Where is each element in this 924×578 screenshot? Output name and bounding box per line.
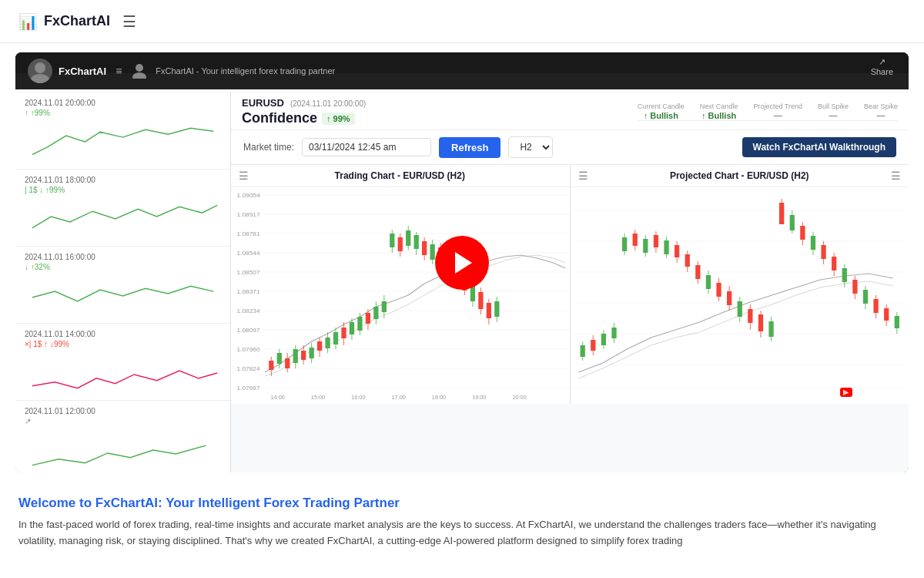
svg-rect-129 bbox=[737, 301, 742, 317]
svg-text:18:00: 18:00 bbox=[432, 395, 446, 401]
svg-text:1.08917: 1.08917 bbox=[236, 211, 260, 218]
trading-chart-svg: 1.09054 1.08917 1.08781 1.08544 1.08507 … bbox=[231, 187, 570, 403]
svg-rect-65 bbox=[422, 241, 427, 255]
svg-text:17:00: 17:00 bbox=[391, 395, 405, 401]
svg-text:20:00: 20:00 bbox=[512, 395, 526, 401]
svg-rect-119 bbox=[685, 254, 689, 267]
svg-rect-81 bbox=[487, 303, 491, 318]
svg-rect-55 bbox=[382, 301, 387, 312]
trading-date: (2024.11.01 20:00:00) bbox=[290, 99, 366, 108]
projected-chart-panel: ☰ Projected Chart - EUR/USD (H2) ☰ bbox=[571, 165, 909, 404]
trading-pair: EURUSD bbox=[242, 97, 284, 109]
projected-trend-label: Projected Trend bbox=[753, 102, 802, 110]
svg-rect-107 bbox=[621, 237, 626, 251]
svg-rect-135 bbox=[768, 321, 773, 337]
svg-text:1.08544: 1.08544 bbox=[236, 250, 260, 257]
signals-row: Current Candle ↑ Bullish Next Candle ↑ B… bbox=[638, 102, 898, 121]
mini-chart-2: 2024.11.01 18:00:00 | 1$ ↓ ↑99% bbox=[15, 170, 230, 247]
watchthrough-button[interactable]: Watch FxChartAI Walkthrough bbox=[742, 137, 896, 157]
bear-spike-value: — bbox=[876, 111, 885, 120]
svg-rect-41 bbox=[325, 338, 330, 348]
projected-chart-menu-icon-right[interactable]: ☰ bbox=[891, 170, 901, 182]
mini-chart-2-indicator: | 1$ ↓ ↑99% bbox=[25, 186, 221, 194]
trading-chart-menu-icon[interactable]: ☰ bbox=[239, 170, 249, 182]
bull-spike-signal: Bull Spike — bbox=[818, 102, 849, 120]
refresh-button[interactable]: Refresh bbox=[439, 137, 500, 158]
svg-rect-137 bbox=[779, 203, 784, 224]
pair-row: EURUSD (2024.11.01 20:00:00) Confidence … bbox=[242, 97, 898, 126]
bull-spike-label: Bull Spike bbox=[818, 102, 849, 110]
svg-rect-159 bbox=[894, 316, 899, 328]
bottom-text: In the fast-paced world of forex trading… bbox=[18, 517, 906, 549]
svg-rect-59 bbox=[398, 237, 403, 251]
svg-rect-125 bbox=[716, 283, 721, 297]
svg-rect-63 bbox=[414, 235, 419, 249]
market-time-input[interactable] bbox=[302, 138, 431, 156]
mini-chart-1-date: 2024.11.01 20:00:00 bbox=[25, 99, 221, 107]
mini-chart-1-svg bbox=[25, 120, 221, 163]
svg-rect-109 bbox=[632, 234, 637, 246]
svg-text:1.09054: 1.09054 bbox=[236, 192, 260, 199]
svg-rect-47 bbox=[350, 322, 354, 334]
hamburger-icon[interactable]: ☰ bbox=[122, 12, 136, 31]
svg-text:15:00: 15:00 bbox=[311, 395, 325, 401]
svg-rect-35 bbox=[301, 351, 306, 360]
projected-chart-svg bbox=[571, 187, 909, 403]
mini-chart-4-date: 2024.11.01 14:00:00 bbox=[25, 330, 221, 338]
svg-rect-121 bbox=[695, 265, 700, 279]
next-candle-label: Next Candle bbox=[700, 102, 738, 110]
svg-rect-133 bbox=[758, 314, 762, 331]
svg-rect-113 bbox=[653, 235, 658, 247]
yt-play-icon: ▶ bbox=[840, 388, 852, 397]
svg-rect-57 bbox=[390, 234, 394, 247]
channel-avatar bbox=[28, 59, 52, 83]
svg-text:1.07960: 1.07960 bbox=[236, 346, 260, 353]
svg-rect-39 bbox=[317, 341, 322, 351]
play-button[interactable] bbox=[435, 236, 489, 290]
mini-chart-5-indicator: ↗ bbox=[25, 417, 221, 425]
svg-rect-79 bbox=[478, 292, 483, 309]
mini-chart-2-svg bbox=[25, 197, 221, 240]
svg-rect-29 bbox=[277, 353, 282, 364]
svg-rect-153 bbox=[862, 290, 867, 304]
mini-chart-2-date: 2024.11.01 18:00:00 bbox=[25, 176, 221, 184]
timeframe-select[interactable]: H2 H1 H4 bbox=[508, 136, 553, 158]
bear-spike-label: Bear Spike bbox=[864, 102, 898, 110]
share-label: Share bbox=[871, 67, 893, 76]
confidence-badge: ↑ 99% bbox=[322, 113, 355, 125]
svg-rect-143 bbox=[810, 236, 815, 250]
svg-rect-115 bbox=[664, 240, 668, 254]
share-icon: ↗ bbox=[879, 57, 886, 67]
svg-point-1 bbox=[31, 74, 49, 83]
svg-rect-99 bbox=[580, 345, 584, 357]
video-topbar: FxChartAI ≡ FxChartAI - Your intelligent… bbox=[15, 52, 909, 89]
play-triangle-icon bbox=[455, 252, 472, 274]
svg-text:16:00: 16:00 bbox=[351, 395, 365, 401]
share-button[interactable]: ↗ Share bbox=[871, 57, 893, 76]
pair-line: EURUSD (2024.11.01 20:00:00) bbox=[242, 97, 366, 109]
svg-rect-49 bbox=[357, 317, 362, 331]
mini-chart-5: 2024.11.01 12:00:00 ↗ bbox=[15, 401, 230, 472]
next-candle-value: ↑ Bullish bbox=[701, 111, 736, 120]
video-title: FxChartAI - Your intelligent forex tradi… bbox=[156, 66, 335, 76]
svg-rect-147 bbox=[832, 257, 836, 271]
svg-rect-53 bbox=[373, 307, 378, 319]
svg-rect-139 bbox=[789, 215, 794, 230]
projected-trend-signal: Projected Trend — bbox=[753, 102, 802, 120]
svg-rect-155 bbox=[873, 299, 878, 313]
controls-bar: Market time: Refresh H2 H1 H4 Watch FxCh… bbox=[231, 130, 909, 165]
svg-text:1.08097: 1.08097 bbox=[236, 327, 260, 334]
svg-point-2 bbox=[136, 64, 143, 72]
chart-icon: 📊 bbox=[18, 12, 38, 31]
projected-chart-menu-icon[interactable]: ☰ bbox=[578, 170, 588, 182]
mini-chart-5-svg bbox=[25, 428, 221, 471]
svg-rect-83 bbox=[494, 301, 499, 317]
svg-point-3 bbox=[132, 72, 146, 79]
svg-rect-67 bbox=[430, 244, 434, 260]
next-candle-signal: Next Candle ↑ Bullish bbox=[700, 102, 738, 120]
svg-rect-27 bbox=[269, 361, 273, 370]
channel-menu-icon: ≡ bbox=[116, 65, 122, 77]
mini-chart-5-date: 2024.11.01 12:00:00 bbox=[25, 407, 221, 415]
right-panel: EURUSD (2024.11.01 20:00:00) Confidence … bbox=[231, 92, 909, 472]
trading-chart-header: ☰ Trading Chart - EUR/USD (H2) bbox=[231, 165, 570, 187]
